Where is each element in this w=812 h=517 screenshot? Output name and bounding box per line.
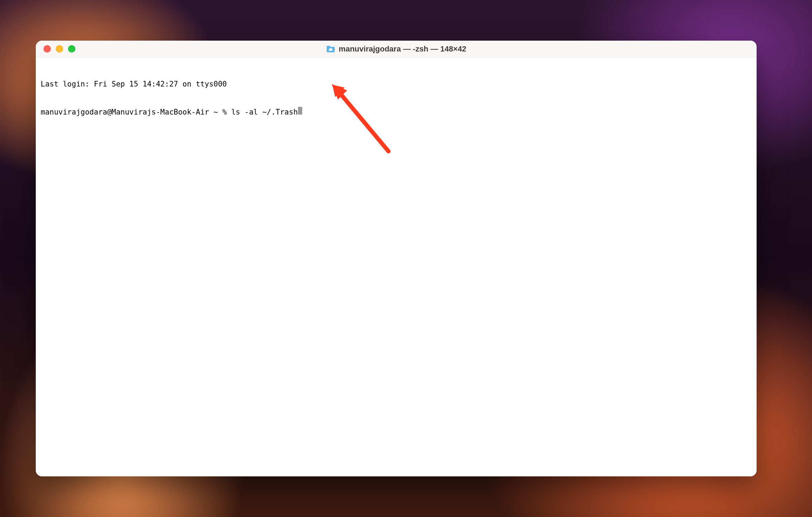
terminal-cursor [298, 107, 302, 115]
home-folder-icon [326, 45, 335, 53]
window-title-text: manuvirajgodara — -zsh — 148×42 [339, 44, 466, 54]
close-button[interactable] [43, 45, 51, 53]
terminal-window[interactable]: manuvirajgodara — -zsh — 148×42 Last log… [36, 41, 757, 476]
window-titlebar[interactable]: manuvirajgodara — -zsh — 148×42 [36, 41, 757, 57]
shell-prompt: manuvirajgodara@Manuvirajs-MacBook-Air ~… [41, 108, 231, 117]
terminal-content[interactable]: Last login: Fri Sep 15 14:42:27 on ttys0… [36, 57, 757, 476]
command-input-text: ls -al ~/.Trash [231, 108, 298, 117]
minimize-button[interactable] [56, 45, 63, 53]
prompt-line[interactable]: manuvirajgodara@Manuvirajs-MacBook-Air ~… [41, 107, 752, 117]
last-login-text: Last login: Fri Sep 15 14:42:27 on ttys0… [41, 80, 752, 89]
window-controls [36, 45, 75, 53]
window-title: manuvirajgodara — -zsh — 148×42 [326, 44, 466, 54]
maximize-button[interactable] [68, 45, 75, 53]
